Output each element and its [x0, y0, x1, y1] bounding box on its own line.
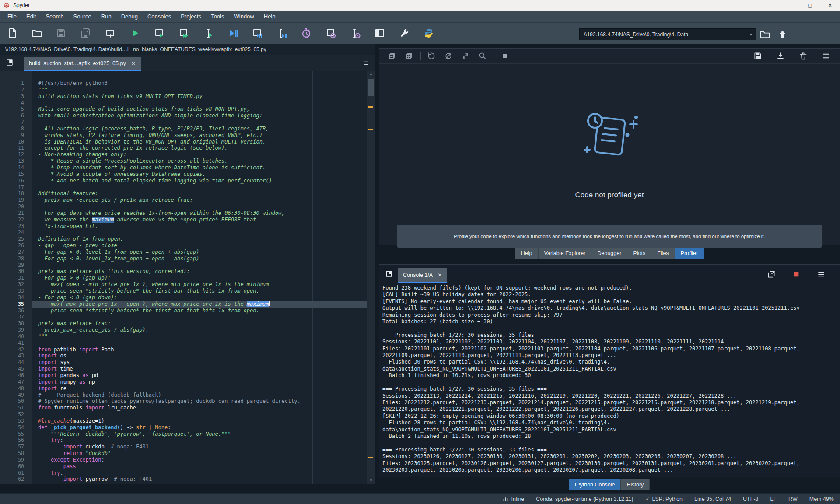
menu-window[interactable]: Window	[229, 11, 259, 21]
close-button[interactable]: ✕	[820, 0, 840, 10]
console-text: Found 238 weekend file(s) (kept for ON s…	[379, 283, 840, 473]
detach-console-button[interactable]	[765, 268, 778, 280]
maximize-button[interactable]: ▢	[800, 0, 820, 10]
menu-tools[interactable]: Tools	[206, 11, 229, 21]
code-area[interactable]: #!/usr/bin/env python3"""build_auction_s…	[32, 71, 367, 484]
warning-flag[interactable]	[368, 129, 373, 130]
minimize-button[interactable]: —	[780, 0, 800, 10]
profiler-options-menu-button[interactable]	[819, 50, 833, 62]
working-directory-combobox[interactable]: \\192.168.4.74\NAS_Drive\0. Trading\4. D…	[579, 28, 756, 40]
menu-run[interactable]: Run	[96, 11, 116, 21]
debug-file-button[interactable]	[225, 26, 240, 41]
editor-options-menu-button[interactable]: ≡	[364, 60, 368, 67]
line-number: 55	[0, 431, 32, 438]
line-number: 3	[0, 93, 32, 100]
line-number: 49	[0, 392, 32, 399]
clear-profile-button[interactable]	[797, 50, 810, 62]
stop-button[interactable]	[498, 50, 511, 62]
pane-tab-files[interactable]: Files	[651, 248, 675, 259]
preferences-button[interactable]	[396, 26, 412, 41]
console-tab[interactable]: Console 1/A ✕	[398, 268, 447, 283]
editor-vertical-scrollbar[interactable]: ▲ ▼	[367, 71, 374, 484]
interrupt-kernel-button[interactable]	[790, 268, 803, 280]
callers-button[interactable]	[425, 50, 438, 62]
new-file-button[interactable]	[4, 26, 20, 41]
save-all-button[interactable]	[78, 26, 93, 41]
menu-projects[interactable]: Projects	[176, 11, 206, 21]
menu-source[interactable]: Source	[69, 11, 96, 21]
line-number: 25	[0, 236, 32, 242]
chevron-down-icon[interactable]: ▾	[746, 29, 756, 40]
code-line: - For gap < 0 (gap down):	[38, 294, 367, 301]
expand-level-button[interactable]	[402, 50, 416, 62]
status-rw[interactable]: RW	[788, 496, 798, 502]
scroll-down-icon[interactable]: ▼	[367, 478, 374, 484]
pythonpath-manager-button[interactable]	[421, 26, 436, 41]
code-editor[interactable]: 1234567891011121314151617181920212223242…	[0, 71, 374, 484]
vertical-scroll-handle[interactable]	[368, 79, 374, 96]
status-mem-49[interactable]: Mem 49%	[809, 496, 834, 502]
code-line: from pathlib import Path	[38, 346, 367, 353]
status-lsp-python[interactable]: ✓LSP: Python	[645, 496, 682, 502]
editor-tab[interactable]: build_auction_stat…apfix_ext025_05.py ✕	[24, 57, 141, 71]
menu-search[interactable]: Search	[41, 11, 68, 21]
menu-file[interactable]: File	[3, 11, 21, 21]
run-selection-button[interactable]	[200, 26, 216, 41]
menu-help[interactable]: Help	[259, 11, 280, 21]
close-icon[interactable]: ✕	[438, 272, 442, 278]
status-lf[interactable]: LF	[770, 496, 777, 502]
menu-edit[interactable]: Edit	[21, 11, 41, 21]
browse-consoles-button[interactable]	[385, 270, 393, 280]
debug-cell-button[interactable]	[249, 26, 265, 41]
pane-tab-plots[interactable]: Plots	[627, 248, 651, 259]
line-number: 32	[0, 281, 32, 288]
save-button[interactable]	[53, 26, 69, 41]
pane-tab-help[interactable]: Help	[515, 248, 539, 259]
menu-consoles[interactable]: Consoles	[143, 11, 176, 21]
code-line: build_auction_stats_from_ticks_v9_MULTI_…	[38, 93, 367, 100]
save-profile-button[interactable]	[751, 50, 764, 62]
load-profile-button[interactable]	[774, 50, 787, 62]
menu-debug[interactable]: Debug	[116, 11, 143, 21]
open-file-button[interactable]	[29, 26, 44, 41]
console-strip-tab-ipython-console[interactable]: IPython Console	[569, 479, 621, 490]
profile-file-button[interactable]	[298, 26, 314, 41]
close-icon[interactable]: ✕	[131, 60, 136, 66]
line-number: 22	[0, 217, 32, 223]
new-cell-button[interactable]	[102, 26, 118, 41]
profile-cell-button[interactable]	[323, 26, 338, 41]
code-line	[38, 262, 367, 269]
run-cell-advance-button[interactable]	[176, 26, 191, 41]
run-file-button[interactable]	[127, 26, 142, 41]
expand-all-button[interactable]	[459, 50, 472, 62]
code-line: pre1x_max_retrace_pts (this version, cor…	[38, 268, 367, 275]
status-bar: InlineConda: spyder-runtime (Python 3.12…	[0, 494, 840, 504]
console-options-menu-button[interactable]	[815, 268, 828, 280]
pane-tab-variable-explorer[interactable]: Variable Explorer	[539, 248, 592, 259]
hide-builtins-button[interactable]	[442, 50, 455, 62]
warning-flag[interactable]	[368, 457, 373, 458]
run-cell-button[interactable]	[151, 26, 167, 41]
console-strip-tab-history[interactable]: History	[621, 479, 650, 490]
console-output[interactable]: Found 238 weekend file(s) (kept for ON s…	[379, 283, 840, 477]
status-line-35-col-74[interactable]: Line 35, Col 74	[694, 496, 731, 502]
line-number: 7	[0, 119, 32, 126]
search-button[interactable]	[476, 50, 489, 62]
status-inline[interactable]: Inline	[503, 496, 524, 502]
code-line: # Spyder runtime often lacks pyarrow/fas…	[38, 398, 367, 405]
browse-directory-button[interactable]	[756, 27, 774, 42]
debug-selection-button[interactable]	[274, 26, 289, 41]
collapse-level-button[interactable]	[385, 50, 399, 62]
maximize-pane-button[interactable]	[372, 26, 387, 41]
pane-tab-profiler[interactable]: Profiler	[675, 248, 704, 259]
pane-tab-debugger[interactable]: Debugger	[592, 248, 627, 259]
line-number: 29	[0, 262, 32, 269]
status-conda-spyder-runtime-python-3-12-11[interactable]: Conda: spyder-runtime (Python 3.12.11)	[536, 496, 633, 502]
profile-selection-button[interactable]	[347, 26, 363, 41]
code-line: pre1x_max_retrace_frac:	[38, 320, 367, 327]
scroll-up-icon[interactable]: ▲	[367, 71, 374, 77]
browse-tabs-button[interactable]	[5, 58, 14, 69]
warning-flag[interactable]	[368, 106, 373, 108]
parent-directory-button[interactable]	[774, 27, 791, 42]
status-utf-8[interactable]: UTF-8	[743, 496, 758, 502]
